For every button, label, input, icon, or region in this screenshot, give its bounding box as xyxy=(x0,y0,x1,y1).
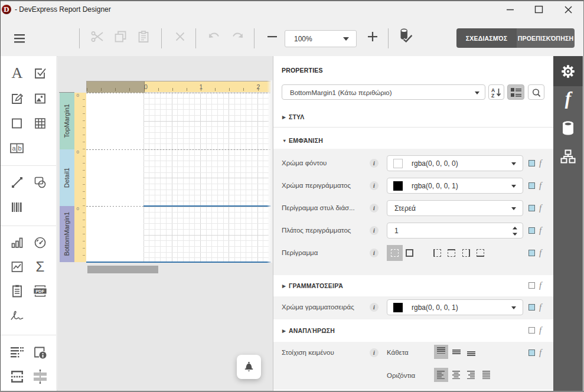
svg-text:b: b xyxy=(18,145,22,152)
svg-text:a: a xyxy=(12,145,17,152)
svg-text:PDF: PDF xyxy=(35,289,44,294)
svg-text:Z: Z xyxy=(491,93,494,98)
